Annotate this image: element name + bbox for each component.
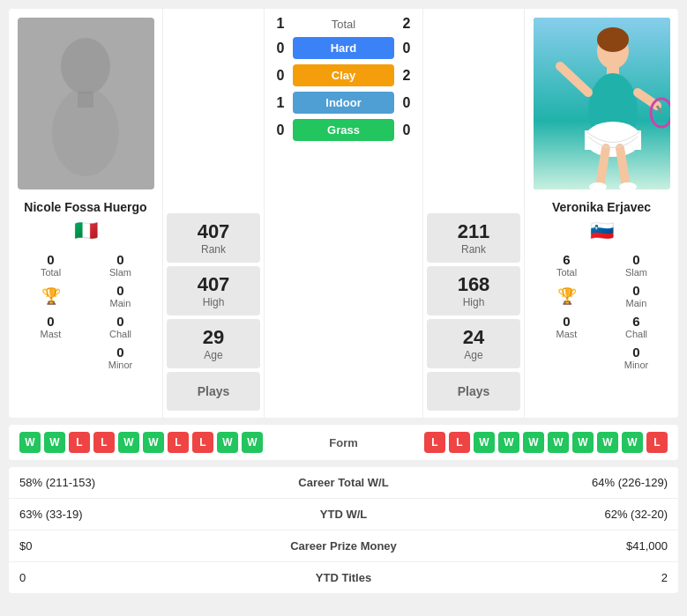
player2-minor-val: 0 (601, 345, 671, 360)
total-p1-score: 1 (268, 16, 293, 32)
player1-minor-cell-placeholder (16, 342, 86, 373)
player1-main-lbl: Main (86, 298, 155, 308)
total-label: Total (293, 18, 394, 31)
player2-rank-box: 211 Rank (427, 213, 520, 263)
player1-minor-lbl: Minor (86, 360, 155, 370)
player1-main-cell: 0 Main (86, 280, 155, 311)
player2-prize: $41,000 (432, 539, 668, 553)
player1-form-badge-3: L (93, 432, 115, 453)
player1-card: Nicole Fossa Huergo 🇮🇹 0 Total 0 Slam 🏆 … (9, 9, 163, 418)
comparison-section: Nicole Fossa Huergo 🇮🇹 0 Total 0 Slam 🏆 … (9, 9, 678, 418)
player2-illustration (534, 18, 670, 189)
player2-high-val: 168 (432, 273, 515, 296)
player1-form-badge-8: W (217, 432, 238, 453)
grass-p2-score: 0 (394, 122, 419, 138)
form-section: WWLLWWLLWW Form LLWWWWWWWL (9, 425, 678, 460)
form-label: Form (309, 436, 379, 449)
player1-rank-box: 407 Rank (167, 213, 260, 263)
player1-form: WWLLWWLLWW (19, 432, 302, 453)
ytd-titles-label: YTD Titles (256, 571, 432, 584)
player2-form-badge-1: L (449, 432, 470, 453)
player2-age-val: 24 (432, 326, 515, 349)
player2-minor-cell: 0 Minor (601, 342, 671, 373)
svg-line-14 (600, 148, 606, 187)
player2-form: LLWWWWWWWL (386, 432, 668, 453)
player1-chall-val: 0 (86, 314, 155, 329)
surface-comparison: 1 Total 2 0 Hard 0 0 Clay 2 1 Indoor 0 (265, 9, 422, 418)
stats-table: 58% (211-153) Career Total W/L 64% (226-… (9, 467, 678, 593)
player2-form-badge-6: W (572, 432, 594, 453)
player1-age-val: 29 (172, 326, 255, 349)
player2-high-lbl: High (432, 296, 515, 308)
svg-point-0 (61, 38, 110, 94)
player1-slam-val: 0 (86, 252, 155, 267)
player2-age-lbl: Age (432, 349, 515, 361)
ytd-wl-label: YTD W/L (256, 508, 432, 521)
player1-silhouette (18, 18, 154, 189)
player2-main-lbl: Main (601, 298, 671, 308)
player2-chall-lbl: Chall (601, 329, 671, 339)
player2-form-badge-7: W (597, 432, 618, 453)
hard-btn[interactable]: Hard (293, 37, 394, 59)
player1-stats-grid: 0 Total 0 Slam 🏆 0 Main 0 Mast (9, 246, 162, 376)
career-wl-label: Career Total W/L (256, 476, 432, 489)
player1-form-badge-4: W (118, 432, 139, 453)
player2-mast-lbl: Mast (532, 329, 601, 339)
player1-rank-val: 407 (172, 220, 255, 243)
player2-total-val: 6 (532, 252, 601, 267)
player1-form-badge-7: L (192, 432, 213, 453)
player2-age-box: 24 Age (427, 319, 520, 368)
main-container: Nicole Fossa Huergo 🇮🇹 0 Total 0 Slam 🏆 … (0, 0, 687, 602)
player1-form-badge-6: L (168, 432, 189, 453)
player2-slam-lbl: Slam (601, 267, 671, 278)
player1-total-lbl: Total (16, 267, 86, 278)
player1-form-badge-0: W (19, 432, 41, 453)
hard-row: 0 Hard 0 (268, 37, 419, 59)
player2-total-cell: 6 Total (532, 249, 601, 280)
player1-flag: 🇮🇹 (74, 219, 98, 242)
player1-minor-cell: 0 Minor (86, 342, 155, 373)
player1-chall-cell: 0 Chall (86, 311, 155, 342)
grass-row: 0 Grass 0 (268, 119, 419, 141)
player2-mast-val: 0 (532, 314, 601, 329)
player2-slam-cell: 0 Slam (601, 249, 671, 280)
player1-form-badge-5: W (143, 432, 164, 453)
player2-minor-placeholder (532, 342, 601, 373)
clay-btn[interactable]: Clay (293, 64, 394, 86)
career-wl-row: 58% (211-153) Career Total W/L 64% (226-… (9, 467, 678, 499)
grass-btn[interactable]: Grass (293, 119, 394, 141)
prize-label: Career Prize Money (256, 539, 432, 553)
player1-ytd-titles: 0 (19, 571, 256, 584)
indoor-p1-score: 1 (268, 95, 293, 111)
player1-high-lbl: High (172, 296, 255, 308)
svg-line-15 (620, 148, 626, 187)
player1-name: Nicole Fossa Huergo (19, 198, 152, 216)
player2-card: Veronika Erjavec 🇸🇮 6 Total 0 Slam 🏆 0 (524, 9, 678, 418)
player2-total-lbl: Total (532, 267, 601, 278)
player1-total-val: 0 (16, 252, 86, 267)
player2-ytd-wl: 62% (32-20) (432, 508, 668, 521)
player2-trophy1: 🏆 (532, 280, 601, 311)
player2-main-val: 0 (601, 283, 671, 298)
player1-high-box: 407 High (167, 266, 260, 315)
player2-form-badge-8: W (622, 432, 643, 453)
player1-career-wl: 58% (211-153) (19, 476, 256, 489)
player2-stats-grid: 6 Total 0 Slam 🏆 0 Main 0 Mast (525, 246, 678, 376)
player2-trophy-icon: 🏆 (557, 286, 577, 306)
indoor-btn[interactable]: Indoor (293, 92, 394, 114)
player2-chall-val: 6 (601, 314, 671, 329)
player1-mast-lbl: Mast (16, 329, 86, 339)
player1-slam-lbl: Slam (86, 267, 155, 278)
player2-form-badge-4: W (523, 432, 544, 453)
player2-slam-val: 0 (601, 252, 671, 267)
indoor-p2-score: 0 (394, 95, 419, 111)
player1-stat-boxes: 407 Rank 407 High 29 Age Plays (163, 9, 265, 418)
player2-form-badge-5: W (548, 432, 569, 453)
player2-rank-lbl: Rank (432, 243, 515, 256)
total-row: 1 Total 2 (268, 16, 419, 32)
player1-age-lbl: Age (172, 349, 255, 361)
player2-minor-lbl: Minor (601, 360, 671, 370)
player2-form-badge-0: L (424, 432, 445, 453)
player2-high-box: 168 High (427, 266, 520, 315)
player1-photo (18, 18, 154, 189)
